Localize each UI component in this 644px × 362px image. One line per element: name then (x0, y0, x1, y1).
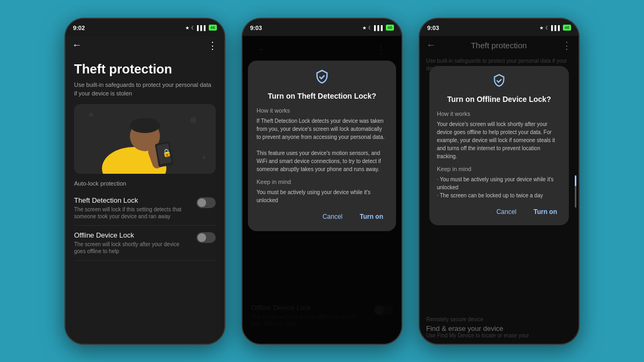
dialog-shield-icon-2 (257, 69, 387, 87)
dialog-title-2: Turn on Theft Detection Lock? (257, 91, 387, 101)
cancel-button-3[interactable]: Cancel (492, 206, 521, 218)
signal-icon-3: ▌▌▌ (551, 25, 561, 31)
status-time-2: 9:03 (250, 25, 262, 31)
phone1-content: Theft protection Use built-in safeguards… (65, 57, 224, 265)
dialog-title-3: Turn on Offline Device Lock? (437, 94, 561, 104)
phone-screen-1: ← ⋮ Theft protection Use built-in safegu… (65, 34, 224, 344)
theft-detection-desc: The screen will lock if this setting det… (74, 206, 191, 220)
bt-icon-2: ★ (362, 25, 367, 31)
theft-detection-dialog: Turn on Theft Detection Lock? How it wor… (248, 61, 396, 231)
page-title-1: Theft protection (74, 62, 216, 77)
status-icons-1: ★ ☾ ▌▌▌ 46 (185, 25, 217, 31)
status-bar-3: 9:03 ★ ☾ ▌▌▌ 46 (420, 19, 579, 34)
turn-on-button-2[interactable]: Turn on (355, 211, 387, 223)
bt-icon: ★ (185, 25, 189, 31)
phone-1: 9:02 ★ ☾ ▌▌▌ 46 ← ⋮ Theft protection Use… (64, 18, 225, 345)
theft-detection-setting: Theft Detection Lock The screen will loc… (74, 191, 216, 226)
offline-lock-desc: The screen will lock shortly after your … (74, 241, 191, 255)
keep-in-mind-label-2: Keep in mind (257, 179, 387, 185)
signal-icon-2: ▌▌▌ (374, 25, 384, 31)
bt-icon-3: ★ (539, 25, 544, 31)
turn-on-button-3[interactable]: Turn on (529, 206, 561, 218)
status-bar-2: 9:03 ★ ☾ ▌▌▌ 46 (243, 19, 401, 34)
offline-device-dialog: Turn on Offline Device Lock? How it work… (429, 66, 569, 225)
keep-in-mind-text-3: · You must be actively using your device… (437, 175, 561, 200)
moon-icon-2: ☾ (368, 25, 372, 31)
battery-icon-3: 46 (563, 25, 571, 31)
svg-point-3 (130, 118, 160, 133)
keep-in-mind-text-2: You must be actively using your device w… (257, 188, 387, 204)
how-it-works-label-2: How it works (257, 107, 387, 114)
offline-lock-toggle[interactable] (196, 232, 216, 243)
setting-text-1: Theft Detection Lock The screen will loc… (74, 196, 191, 220)
dialog-overlay-2: Turn on Theft Detection Lock? How it wor… (243, 34, 401, 344)
dialog-buttons-2: Cancel Turn on (257, 211, 387, 223)
svg-point-9 (190, 117, 196, 123)
page-subtitle-1: Use built-in safeguards to protect your … (74, 81, 216, 98)
status-icons-3: ★ ☾ ▌▌▌ 46 (539, 25, 571, 31)
how-it-works-label-3: How it works (437, 110, 561, 117)
status-bar-1: 9:02 ★ ☾ ▌▌▌ 46 (65, 19, 224, 34)
offline-lock-title: Offline Device Lock (74, 231, 191, 239)
svg-point-10 (202, 156, 206, 159)
phone-screen-3: ← Theft protection ⋮ Use built-in safegu… (420, 34, 579, 344)
theft-detection-toggle[interactable] (196, 197, 216, 208)
cancel-button-2[interactable]: Cancel (318, 211, 347, 223)
how-it-works-text-3: Your device's screen will lock shortly a… (437, 120, 561, 160)
setting-text-2: Offline Device Lock The screen will lock… (74, 231, 191, 255)
how-it-works-text-2: If Theft Detection Lock detects your dev… (257, 117, 387, 173)
scroll-indicator (575, 170, 576, 208)
offline-lock-setting: Offline Device Lock The screen will lock… (74, 226, 216, 261)
battery-icon: 46 (209, 25, 217, 31)
top-bar-1: ← ⋮ (65, 34, 224, 57)
moon-icon-3: ☾ (545, 25, 550, 31)
back-button-1[interactable]: ← (72, 40, 82, 51)
section-label-1: Auto-lock protection (74, 180, 216, 187)
more-menu-1[interactable]: ⋮ (208, 40, 218, 51)
status-icons-2: ★ ☾ ▌▌▌ 46 (362, 25, 394, 31)
dialog-shield-icon-3 (437, 73, 561, 90)
status-time-3: 9:03 (427, 25, 439, 31)
signal-icon: ▌▌▌ (197, 25, 207, 31)
phone-3: 9:03 ★ ☾ ▌▌▌ 46 ← Theft protection ⋮ Use… (419, 18, 580, 345)
dialog-buttons-3: Cancel Turn on (437, 206, 561, 218)
status-time-1: 9:02 (73, 25, 85, 31)
phone-screen-2: ← ⋮ U p Turn on Theft Detection Lock? Ho… (243, 34, 401, 344)
svg-point-8 (89, 113, 93, 117)
battery-icon-2: 46 (386, 25, 394, 31)
moon-icon: ☾ (191, 25, 195, 31)
theft-detection-title: Theft Detection Lock (74, 196, 191, 204)
phone-2: 9:03 ★ ☾ ▌▌▌ 46 ← ⋮ U p (241, 18, 402, 345)
dialog-container-3: Turn on Offline Device Lock? How it work… (420, 34, 579, 344)
keep-in-mind-label-3: Keep in mind (437, 166, 561, 172)
illustration-1: 🔒 (74, 104, 216, 174)
